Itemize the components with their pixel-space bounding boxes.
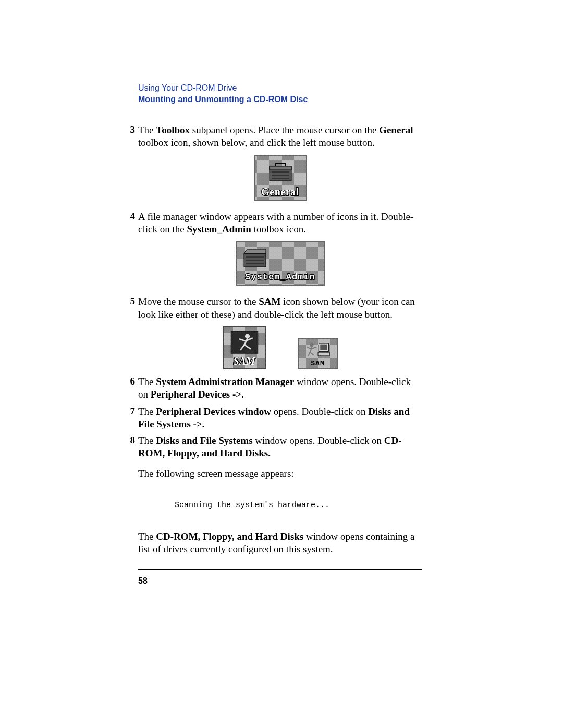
step-number: 7 xyxy=(121,405,138,417)
text: window opens. Double-click on xyxy=(253,435,384,446)
step-text: The Toolbox subpanel opens. Place the mo… xyxy=(138,124,422,150)
sam-icons-figure: SAM SAM xyxy=(138,326,422,369)
step-number: 8 xyxy=(121,435,138,446)
icon-label: System_Admin xyxy=(239,272,322,282)
svg-rect-13 xyxy=(318,352,329,356)
bold-text: Disks and File Systems xyxy=(156,435,252,446)
bold-text: CD-ROM, Floppy, and Hard Disks xyxy=(156,531,303,542)
svg-rect-1 xyxy=(270,166,291,170)
icon-label: SAM xyxy=(225,355,264,367)
toolbox-icon xyxy=(266,160,295,183)
step-7: 7 The Peripheral Devices window opens. D… xyxy=(138,405,422,431)
step-number: 6 xyxy=(121,376,138,387)
text: The xyxy=(138,406,156,417)
chapter-title: Using Your CD-ROM Drive xyxy=(138,83,422,93)
bold-text: Peripheral Devices ->. xyxy=(151,389,244,400)
general-icon-figure: General xyxy=(138,155,422,201)
bold-text: System_Admin xyxy=(187,224,251,235)
step-8: 8 The Disks and File Systems window open… xyxy=(138,435,422,460)
step-number: 3 xyxy=(121,124,138,135)
step-text: The Disks and File Systems window opens.… xyxy=(138,435,422,460)
sam-icon-variant-1: SAM xyxy=(223,326,266,369)
svg-rect-2 xyxy=(272,171,289,173)
text: The xyxy=(138,531,156,542)
text: The xyxy=(138,125,156,135)
text: The xyxy=(138,376,156,387)
sam-icon-variant-2: SAM xyxy=(298,338,338,369)
footer: 58 xyxy=(138,569,422,586)
step-text: Move the mouse cursor to the SAM icon sh… xyxy=(138,295,422,321)
step-text: The Peripheral Devices window opens. Dou… xyxy=(138,405,422,431)
step-number: 5 xyxy=(121,295,138,307)
bold-text: System Administration Manager xyxy=(156,376,294,387)
step-5: 5 Move the mouse cursor to the SAM icon … xyxy=(138,295,422,321)
text: subpanel opens. Place the mouse cursor o… xyxy=(190,125,379,135)
step-4: 4 A file manager window appears with a n… xyxy=(138,211,422,236)
svg-rect-8 xyxy=(246,263,264,264)
step-text: A file manager window appears with a num… xyxy=(138,211,422,236)
svg-rect-9 xyxy=(231,331,258,353)
icon-label: General xyxy=(257,186,304,198)
computer-figure-icon xyxy=(303,341,333,359)
svg-rect-12 xyxy=(320,345,327,350)
closing-paragraph: The CD-ROM, Floppy, and Hard Disks windo… xyxy=(138,530,422,556)
text: Move the mouse cursor to the xyxy=(138,296,259,307)
icon-label: SAM xyxy=(300,360,336,367)
bold-text: General xyxy=(379,125,413,135)
screen-message: Scanning the system's hardware... xyxy=(175,501,422,510)
bold-text: Peripheral Devices window xyxy=(156,406,271,417)
bold-text: SAM xyxy=(259,296,280,307)
svg-rect-3 xyxy=(272,175,289,176)
page-number: 58 xyxy=(138,576,148,585)
step-number: 4 xyxy=(121,211,138,222)
step-3: 3 The Toolbox subpanel opens. Place the … xyxy=(138,124,422,150)
page-content: Using Your CD-ROM Drive Mounting and Unm… xyxy=(138,83,422,586)
step-6: 6 The System Administration Manager wind… xyxy=(138,376,422,401)
bold-text: Toolbox xyxy=(156,125,190,135)
section-title: Mounting and Unmounting a CD-ROM Disc xyxy=(138,95,422,104)
system-admin-icon: System_Admin xyxy=(236,241,325,286)
svg-rect-7 xyxy=(246,260,264,261)
text: toolbox icon, shown below, and click the… xyxy=(138,137,375,148)
svg-rect-4 xyxy=(272,178,289,179)
text: opens. Double-click on xyxy=(271,406,368,417)
svg-rect-6 xyxy=(246,256,264,258)
general-toolbox-icon: General xyxy=(254,155,307,201)
text: The xyxy=(138,435,156,446)
sysadmin-icon-figure: System_Admin xyxy=(138,241,422,286)
running-figure-icon xyxy=(229,330,260,354)
step-text: The System Administration Manager window… xyxy=(138,376,422,401)
following-message-intro: The following screen message appears: xyxy=(138,467,422,480)
toolbox-icon xyxy=(241,246,269,269)
text: toolbox icon. xyxy=(251,224,306,235)
